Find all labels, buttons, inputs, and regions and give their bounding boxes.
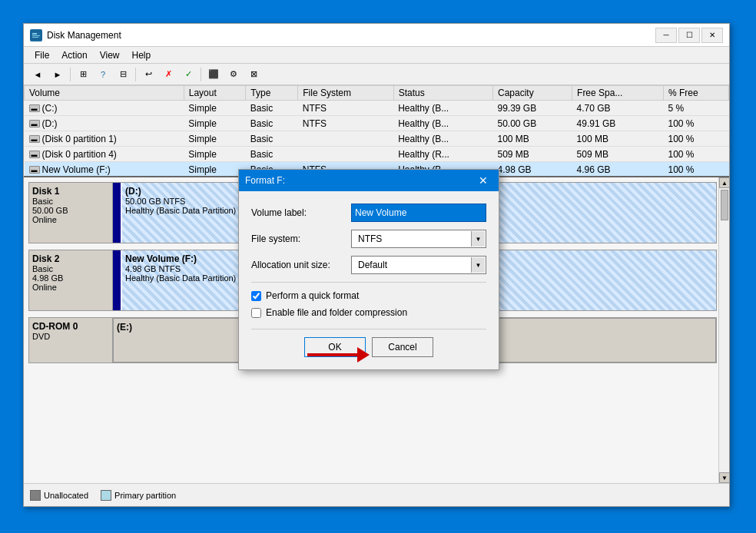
- table-cell: ▬ (C:): [25, 101, 184, 116]
- col-type[interactable]: Type: [246, 86, 298, 101]
- back-button[interactable]: ◄: [28, 66, 47, 83]
- col-status[interactable]: Status: [393, 86, 492, 101]
- maximize-button[interactable]: ☐: [678, 28, 700, 43]
- toolbar-btn-delete[interactable]: ✗: [159, 66, 177, 83]
- table-cell: 50.00 GB: [492, 116, 572, 131]
- statusbar: Unallocated Primary partition: [24, 483, 729, 506]
- menu-view[interactable]: View: [94, 48, 126, 62]
- toolbar-btn-check[interactable]: ✓: [179, 66, 197, 83]
- table-cell: 100 %: [664, 131, 729, 147]
- table-cell: 509 MB: [492, 147, 572, 162]
- allocation-select-wrapper: Default 512 1024 2048 4096 ▼: [351, 256, 486, 274]
- volume-table-container: Volume Layout Type File System Status Ca…: [24, 85, 729, 177]
- col-pctfree[interactable]: % Free: [664, 86, 729, 101]
- menubar: File Action View Help: [24, 47, 729, 64]
- toolbar-btn-info[interactable]: ⊠: [244, 66, 263, 83]
- close-button[interactable]: ✕: [701, 28, 723, 43]
- table-cell: NTFS: [298, 101, 393, 116]
- svg-rect-3: [32, 37, 38, 38]
- table-cell: ▬ (D:): [25, 116, 184, 131]
- menu-action[interactable]: Action: [55, 48, 93, 62]
- toolbar-btn-3[interactable]: ⊞: [74, 66, 92, 83]
- table-cell: [298, 147, 393, 162]
- scroll-down-button[interactable]: ▼: [719, 472, 729, 483]
- dialog-titlebar: Format F: ✕: [239, 170, 499, 191]
- table-cell: Simple: [184, 162, 246, 177]
- legend-unallocated-label: Unallocated: [44, 491, 88, 500]
- legend-primary-color: [101, 490, 111, 501]
- dialog-title: Format F:: [245, 175, 474, 186]
- table-cell: Healthy (R...: [393, 147, 492, 162]
- compression-checkbox[interactable]: [251, 308, 261, 318]
- volume-label-input[interactable]: [351, 204, 486, 222]
- window-title: Disk Management: [47, 30, 655, 41]
- col-free[interactable]: Free Spa...: [572, 86, 664, 101]
- table-cell: Basic: [246, 147, 298, 162]
- toolbar-separator-2: [135, 68, 136, 81]
- vertical-scrollbar[interactable]: ▲ ▼: [718, 177, 729, 483]
- toolbar-btn-4[interactable]: ?: [94, 66, 112, 83]
- legend-unallocated: Unallocated: [30, 490, 88, 501]
- toolbar-btn-5[interactable]: ⊟: [114, 66, 132, 83]
- compression-label[interactable]: Enable file and folder compression: [266, 307, 407, 318]
- table-cell: 100 MB: [572, 131, 664, 147]
- scroll-up-button[interactable]: ▲: [719, 177, 729, 188]
- ok-button[interactable]: OK: [304, 337, 366, 357]
- table-cell: 100 MB: [492, 131, 572, 147]
- filesystem-label-text: File system:: [251, 233, 351, 244]
- drive-icon: ▬: [29, 135, 40, 143]
- volume-table: Volume Layout Type File System Status Ca…: [24, 85, 729, 177]
- filesystem-select[interactable]: NTFS FAT32 exFAT: [351, 230, 486, 248]
- toolbar-separator-1: [70, 68, 71, 81]
- menu-file[interactable]: File: [28, 48, 55, 62]
- cdrom-type: DVD: [32, 332, 109, 341]
- table-cell: Simple: [184, 116, 246, 131]
- cdrom-id: CD-ROM 0: [32, 321, 109, 332]
- allocation-select[interactable]: Default 512 1024 2048 4096: [351, 256, 486, 274]
- col-layout[interactable]: Layout: [184, 86, 246, 101]
- volume-label-text: Volume label:: [251, 207, 351, 218]
- table-cell: Healthy (B...: [393, 131, 492, 147]
- table-cell: Healthy (B...: [393, 116, 492, 131]
- minimize-button[interactable]: ─: [655, 28, 677, 43]
- table-cell: 100 %: [664, 116, 729, 131]
- col-filesystem[interactable]: File System: [298, 86, 393, 101]
- dialog-close-button[interactable]: ✕: [474, 173, 492, 188]
- col-volume[interactable]: Volume: [25, 86, 184, 101]
- legend-unallocated-color: [30, 490, 41, 501]
- table-cell: Basic: [246, 116, 298, 131]
- table-cell: Simple: [184, 101, 246, 116]
- disk-1-boot-part: [113, 183, 122, 243]
- filesystem-select-wrapper: NTFS FAT32 exFAT ▼: [351, 230, 486, 248]
- disk-label-1: Disk 1 Basic 50.00 GB Online: [28, 182, 113, 243]
- disk-1-size: 50.00 GB: [32, 206, 109, 215]
- menu-help[interactable]: Help: [126, 48, 158, 62]
- legend-primary-label: Primary partition: [114, 491, 176, 500]
- forward-button[interactable]: ►: [48, 66, 67, 83]
- compression-row: Enable file and folder compression: [251, 307, 486, 318]
- drive-icon: ▬: [29, 120, 40, 127]
- cancel-button[interactable]: Cancel: [372, 337, 433, 357]
- table-row[interactable]: ▬ (C:) SimpleBasicNTFSHealthy (B...99.39…: [25, 101, 729, 116]
- table-cell: 49.91 GB: [572, 116, 664, 131]
- scroll-thumb[interactable]: [721, 190, 728, 220]
- table-cell: Healthy (B...: [393, 101, 492, 116]
- toolbar: ◄ ► ⊞ ? ⊟ ↩ ✗ ✓ ⬛ ⚙ ⊠: [24, 64, 729, 85]
- titlebar: Disk Management ─ ☐ ✕: [24, 24, 729, 47]
- legend-primary: Primary partition: [101, 490, 176, 501]
- col-capacity[interactable]: Capacity: [492, 86, 572, 101]
- quick-format-label[interactable]: Perform a quick format: [266, 290, 359, 301]
- quick-format-checkbox[interactable]: [251, 291, 261, 301]
- table-row[interactable]: ▬ (Disk 0 partition 4) SimpleBasicHealth…: [25, 147, 729, 162]
- svg-rect-1: [32, 33, 37, 35]
- toolbar-btn-disk[interactable]: ⬛: [204, 66, 223, 83]
- table-row[interactable]: ▬ (D:) SimpleBasicNTFSHealthy (B...50.00…: [25, 116, 729, 131]
- table-cell: ▬ (Disk 0 partition 4): [25, 147, 184, 162]
- allocation-row: Allocation unit size: Default 512 1024 2…: [251, 256, 486, 274]
- svg-rect-2: [32, 35, 40, 36]
- disk-2-status: Online: [32, 283, 109, 292]
- dialog-divider: [251, 282, 486, 283]
- toolbar-btn-settings[interactable]: ⚙: [224, 66, 243, 83]
- table-row[interactable]: ▬ (Disk 0 partition 1) SimpleBasicHealth…: [25, 131, 729, 147]
- toolbar-btn-undo[interactable]: ↩: [139, 66, 158, 83]
